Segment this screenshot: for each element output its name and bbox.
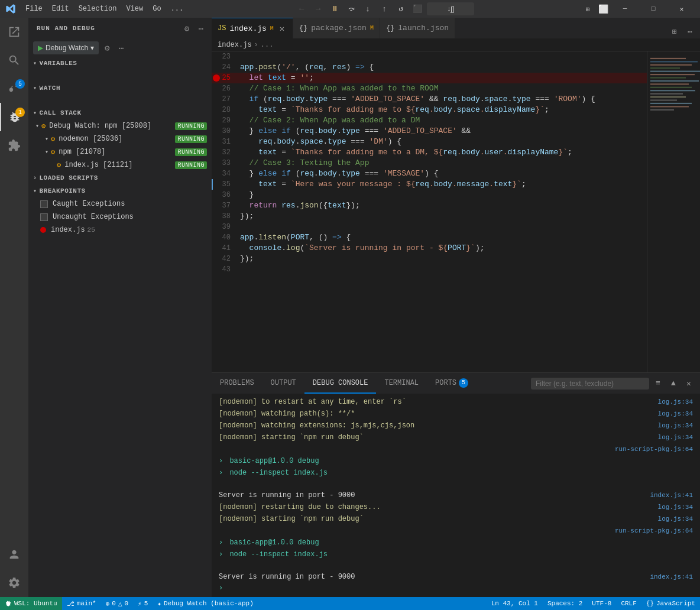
menu-file[interactable]: File — [21, 0, 47, 18]
tab-indexjs[interactable]: JS index.js M ✕ — [212, 18, 293, 38]
line-content-31: req.body.space.type === 'DM') { — [235, 137, 647, 147]
nav-back-btn[interactable]: ← — [294, 2, 309, 16]
expand-icon2: ▾ — [45, 135, 48, 142]
console-filter-input[interactable] — [531, 378, 649, 390]
menu-more[interactable]: ... — [166, 0, 189, 18]
caught-exceptions-checkbox[interactable] — [40, 200, 48, 208]
activity-search[interactable] — [0, 46, 28, 74]
activity-debug[interactable]: 1 — [0, 103, 28, 131]
more-options-btn[interactable]: ⋯ — [195, 22, 207, 34]
tab-ports[interactable]: PORTS 5 — [427, 373, 477, 394]
tab-packagejson[interactable]: {} package.json M — [293, 18, 380, 38]
split-editor-btn[interactable]: ⬜ — [596, 2, 610, 16]
tab-problems[interactable]: PROBLEMS — [212, 373, 262, 394]
close-btn[interactable]: ✕ — [668, 0, 695, 18]
activity-settings[interactable] — [0, 569, 28, 597]
remote-icon-btn[interactable]: ⊞ — [581, 2, 595, 16]
line-content-27: if (req.body.type === 'ADDED_TO_SPACE' &… — [235, 94, 647, 105]
debug-status[interactable]: ⚡ 5 — [133, 597, 153, 610]
menu-view[interactable]: View — [121, 0, 148, 18]
console-ref-12[interactable]: run-script-pkg.js:64 — [615, 525, 693, 536]
settings-gear-icon[interactable]: ⚙ — [101, 42, 113, 54]
more-debug-icon[interactable]: ⋯ — [115, 42, 127, 54]
title-bar-menu: File Edit Selection View Go ... — [21, 0, 188, 18]
console-clear-btn[interactable]: ✕ — [682, 377, 695, 390]
settings-btn[interactable]: ⚙ — [181, 22, 193, 34]
console-ref-9[interactable]: index.js:41 — [650, 490, 693, 501]
console-ref-4[interactable]: log.js:34 — [658, 432, 693, 443]
menu-go[interactable]: Go — [148, 0, 166, 18]
sidebar-scroll[interactable]: ▾ VARIABLES ▾ WATCH ▾ CALL STACK — [28, 57, 212, 597]
line-39: 39 — [212, 222, 647, 232]
indexjs-breakpoint-item[interactable]: index.js 25 — [28, 223, 212, 236]
breadcrumb-file[interactable]: index.js — [218, 41, 252, 49]
line-content-43 — [235, 264, 647, 275]
activity-account[interactable] — [0, 540, 28, 569]
split-editor-icon[interactable]: ⊞ — [668, 25, 681, 38]
watch-header[interactable]: ▾ WATCH — [28, 82, 212, 95]
command-search[interactable] — [427, 2, 474, 15]
tab-launchjson[interactable]: {} launch.json — [380, 18, 455, 38]
line-42: 42 }); — [212, 254, 647, 264]
tab-debug-console[interactable]: DEBUG CONSOLE — [304, 373, 377, 394]
caught-exceptions-item[interactable]: Caught Exceptions — [28, 197, 212, 210]
console-ref-16[interactable]: index.js:41 — [650, 572, 693, 582]
code-editor[interactable]: 23 24 app.post('/', (req, res) => { 25 l… — [212, 51, 647, 372]
caught-exceptions-label: Caught Exceptions — [53, 200, 125, 208]
console-ref-1[interactable]: log.js:34 — [658, 397, 693, 407]
eol-status[interactable]: CRLF — [616, 597, 641, 610]
line-43: 43 — [212, 264, 647, 275]
tab-output[interactable]: OUTPUT — [262, 373, 304, 394]
breadcrumb: index.js › ... — [212, 38, 700, 51]
variables-header[interactable]: ▾ VARIABLES — [28, 57, 212, 70]
uncaught-exceptions-checkbox[interactable] — [40, 213, 48, 221]
console-ref-5[interactable]: run-script-pkg.js:64 — [615, 444, 693, 455]
uncaught-exceptions-label: Uncaught Exceptions — [53, 213, 134, 221]
minimize-btn[interactable]: ─ — [611, 0, 639, 18]
console-output[interactable]: [nodemon] to restart at any time, enter … — [212, 394, 700, 597]
activity-extensions[interactable] — [0, 131, 28, 160]
menu-edit[interactable]: Edit — [47, 0, 74, 18]
console-ref-2[interactable]: log.js:34 — [658, 408, 693, 419]
console-scroll-btn[interactable]: ▲ — [667, 377, 680, 390]
debug-watch-item[interactable]: ▾ ⚙ Debug Watch: npm [25008] RUNNING — [28, 119, 212, 132]
tabs-actions: ⊞ ⋯ — [665, 25, 700, 38]
indexjs-item[interactable]: ⚙ index.js [21121] RUNNING — [28, 158, 212, 171]
menu-selection[interactable]: Selection — [74, 0, 122, 18]
activity-explorer[interactable] — [0, 18, 28, 46]
start-debug-btn[interactable]: ▶ Debug Watch ▾ — [33, 41, 99, 54]
debug-pause-btn[interactable]: ⏸ — [328, 2, 342, 15]
cursor-position[interactable]: Ln 43, Col 1 — [487, 597, 543, 610]
loaded-scripts-header[interactable]: › LOADED SCRIPTS — [28, 171, 212, 184]
nav-forward-btn[interactable]: → — [311, 2, 325, 16]
call-stack-header[interactable]: ▾ CALL STACK — [28, 106, 212, 119]
tab-terminal[interactable]: TERMINAL — [376, 373, 427, 394]
debug-step-up-btn[interactable]: ↑ — [377, 2, 391, 15]
encoding-status[interactable]: UTF-8 — [587, 597, 616, 610]
maximize-btn[interactable]: □ — [640, 0, 667, 18]
activity-source-control[interactable]: 5 — [0, 74, 28, 103]
console-ref-11[interactable]: log.js:34 — [658, 514, 693, 524]
language-status[interactable]: {} JavaScript — [641, 597, 700, 610]
indentation[interactable]: Spaces: 2 — [543, 597, 587, 610]
chevron-right-icon: › — [33, 175, 37, 181]
debug-restart-btn[interactable]: ↺ — [394, 2, 408, 15]
console-ref-10[interactable]: log.js:34 — [658, 502, 693, 512]
nodemon-item[interactable]: ▾ ⚙ nodemon [25036] RUNNING — [28, 132, 212, 145]
console-wordwrap-btn[interactable]: ≡ — [652, 377, 665, 390]
line-27: 27 if (req.body.type === 'ADDED_TO_SPACE… — [212, 94, 647, 105]
debug-stop-btn[interactable]: ⬛ — [410, 2, 424, 15]
npm-item[interactable]: ▾ ⚙ npm [21078] RUNNING — [28, 145, 212, 158]
more-tabs-icon[interactable]: ⋯ — [683, 25, 696, 38]
encoding-label: UTF-8 — [592, 600, 611, 607]
errors-status[interactable]: ⊗ 0 △ 0 — [101, 597, 133, 610]
debug-name-status[interactable]: ✦ Debug Watch (basic-app) — [153, 597, 258, 610]
branch-status[interactable]: ⎇ main* — [62, 597, 101, 610]
debug-step-down-btn[interactable]: ↓ — [361, 2, 375, 15]
remote-status[interactable]: WSL: Ubuntu — [0, 597, 62, 610]
breakpoints-header[interactable]: ▾ BREAKPOINTS — [28, 184, 212, 197]
uncaught-exceptions-item[interactable]: Uncaught Exceptions — [28, 210, 212, 223]
console-ref-3[interactable]: log.js:34 — [658, 420, 693, 431]
tab-indexjs-close[interactable]: ✕ — [277, 24, 287, 33]
debug-step-over-btn[interactable]: ⤼ — [344, 2, 358, 15]
